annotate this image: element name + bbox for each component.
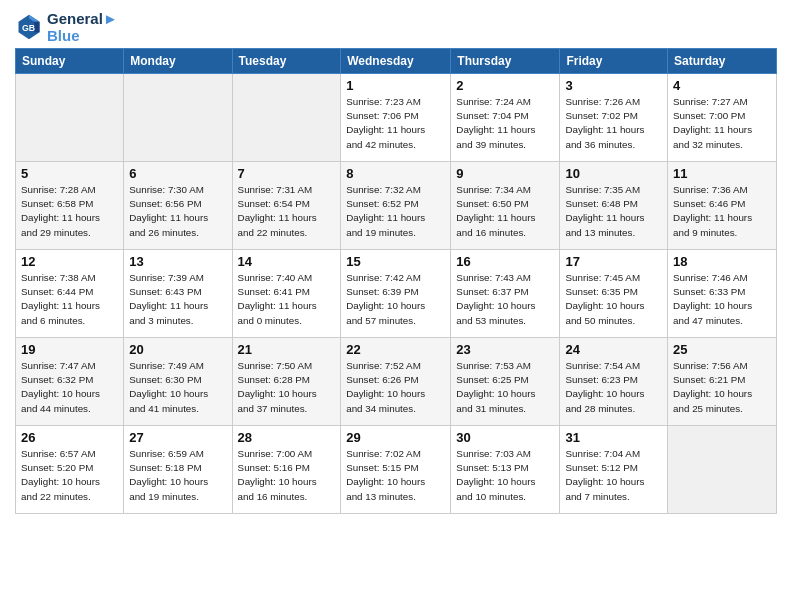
day-number: 7	[238, 166, 336, 181]
day-info: Sunrise: 7:40 AMSunset: 6:41 PMDaylight:…	[238, 271, 336, 328]
calendar-week-row: 26Sunrise: 6:57 AMSunset: 5:20 PMDayligh…	[16, 426, 777, 514]
calendar-cell: 14Sunrise: 7:40 AMSunset: 6:41 PMDayligh…	[232, 250, 341, 338]
day-info: Sunrise: 7:24 AMSunset: 7:04 PMDaylight:…	[456, 95, 554, 152]
svg-text:GB: GB	[22, 23, 35, 33]
day-number: 16	[456, 254, 554, 269]
calendar-cell: 27Sunrise: 6:59 AMSunset: 5:18 PMDayligh…	[124, 426, 232, 514]
day-info: Sunrise: 7:32 AMSunset: 6:52 PMDaylight:…	[346, 183, 445, 240]
weekday-header-thursday: Thursday	[451, 49, 560, 74]
day-number: 13	[129, 254, 226, 269]
day-number: 26	[21, 430, 118, 445]
calendar-cell: 7Sunrise: 7:31 AMSunset: 6:54 PMDaylight…	[232, 162, 341, 250]
day-info: Sunrise: 7:56 AMSunset: 6:21 PMDaylight:…	[673, 359, 771, 416]
calendar-cell	[668, 426, 777, 514]
day-number: 28	[238, 430, 336, 445]
day-info: Sunrise: 7:35 AMSunset: 6:48 PMDaylight:…	[565, 183, 662, 240]
day-info: Sunrise: 7:45 AMSunset: 6:35 PMDaylight:…	[565, 271, 662, 328]
day-number: 15	[346, 254, 445, 269]
calendar-week-row: 12Sunrise: 7:38 AMSunset: 6:44 PMDayligh…	[16, 250, 777, 338]
day-info: Sunrise: 7:54 AMSunset: 6:23 PMDaylight:…	[565, 359, 662, 416]
calendar-header: SundayMondayTuesdayWednesdayThursdayFrid…	[16, 49, 777, 74]
day-number: 21	[238, 342, 336, 357]
calendar-cell: 30Sunrise: 7:03 AMSunset: 5:13 PMDayligh…	[451, 426, 560, 514]
day-info: Sunrise: 7:30 AMSunset: 6:56 PMDaylight:…	[129, 183, 226, 240]
calendar-table: SundayMondayTuesdayWednesdayThursdayFrid…	[15, 48, 777, 514]
day-number: 3	[565, 78, 662, 93]
calendar-cell: 19Sunrise: 7:47 AMSunset: 6:32 PMDayligh…	[16, 338, 124, 426]
day-number: 18	[673, 254, 771, 269]
day-number: 17	[565, 254, 662, 269]
day-info: Sunrise: 6:59 AMSunset: 5:18 PMDaylight:…	[129, 447, 226, 504]
day-number: 4	[673, 78, 771, 93]
day-number: 9	[456, 166, 554, 181]
day-info: Sunrise: 7:02 AMSunset: 5:15 PMDaylight:…	[346, 447, 445, 504]
day-number: 31	[565, 430, 662, 445]
day-info: Sunrise: 7:38 AMSunset: 6:44 PMDaylight:…	[21, 271, 118, 328]
day-number: 11	[673, 166, 771, 181]
calendar-cell: 25Sunrise: 7:56 AMSunset: 6:21 PMDayligh…	[668, 338, 777, 426]
day-info: Sunrise: 7:26 AMSunset: 7:02 PMDaylight:…	[565, 95, 662, 152]
calendar-cell: 8Sunrise: 7:32 AMSunset: 6:52 PMDaylight…	[341, 162, 451, 250]
calendar-cell: 23Sunrise: 7:53 AMSunset: 6:25 PMDayligh…	[451, 338, 560, 426]
calendar-cell: 4Sunrise: 7:27 AMSunset: 7:00 PMDaylight…	[668, 74, 777, 162]
calendar-week-row: 19Sunrise: 7:47 AMSunset: 6:32 PMDayligh…	[16, 338, 777, 426]
calendar-cell: 12Sunrise: 7:38 AMSunset: 6:44 PMDayligh…	[16, 250, 124, 338]
day-number: 23	[456, 342, 554, 357]
calendar-cell: 6Sunrise: 7:30 AMSunset: 6:56 PMDaylight…	[124, 162, 232, 250]
day-number: 20	[129, 342, 226, 357]
calendar-cell: 18Sunrise: 7:46 AMSunset: 6:33 PMDayligh…	[668, 250, 777, 338]
day-number: 27	[129, 430, 226, 445]
day-info: Sunrise: 7:23 AMSunset: 7:06 PMDaylight:…	[346, 95, 445, 152]
calendar-cell: 1Sunrise: 7:23 AMSunset: 7:06 PMDaylight…	[341, 74, 451, 162]
logo: GB General► Blue	[15, 10, 118, 44]
day-info: Sunrise: 7:47 AMSunset: 6:32 PMDaylight:…	[21, 359, 118, 416]
day-info: Sunrise: 7:53 AMSunset: 6:25 PMDaylight:…	[456, 359, 554, 416]
calendar-cell: 22Sunrise: 7:52 AMSunset: 6:26 PMDayligh…	[341, 338, 451, 426]
day-number: 14	[238, 254, 336, 269]
calendar-cell: 16Sunrise: 7:43 AMSunset: 6:37 PMDayligh…	[451, 250, 560, 338]
day-number: 22	[346, 342, 445, 357]
day-info: Sunrise: 7:31 AMSunset: 6:54 PMDaylight:…	[238, 183, 336, 240]
calendar-cell: 24Sunrise: 7:54 AMSunset: 6:23 PMDayligh…	[560, 338, 668, 426]
day-info: Sunrise: 7:28 AMSunset: 6:58 PMDaylight:…	[21, 183, 118, 240]
logo-icon: GB	[15, 13, 43, 41]
day-number: 25	[673, 342, 771, 357]
weekday-header-tuesday: Tuesday	[232, 49, 341, 74]
day-number: 30	[456, 430, 554, 445]
day-info: Sunrise: 7:39 AMSunset: 6:43 PMDaylight:…	[129, 271, 226, 328]
day-info: Sunrise: 7:00 AMSunset: 5:16 PMDaylight:…	[238, 447, 336, 504]
calendar-cell: 9Sunrise: 7:34 AMSunset: 6:50 PMDaylight…	[451, 162, 560, 250]
calendar-cell: 29Sunrise: 7:02 AMSunset: 5:15 PMDayligh…	[341, 426, 451, 514]
day-info: Sunrise: 7:04 AMSunset: 5:12 PMDaylight:…	[565, 447, 662, 504]
calendar-cell: 5Sunrise: 7:28 AMSunset: 6:58 PMDaylight…	[16, 162, 124, 250]
calendar-cell	[232, 74, 341, 162]
calendar-week-row: 1Sunrise: 7:23 AMSunset: 7:06 PMDaylight…	[16, 74, 777, 162]
calendar-cell: 15Sunrise: 7:42 AMSunset: 6:39 PMDayligh…	[341, 250, 451, 338]
day-info: Sunrise: 7:27 AMSunset: 7:00 PMDaylight:…	[673, 95, 771, 152]
calendar-cell: 21Sunrise: 7:50 AMSunset: 6:28 PMDayligh…	[232, 338, 341, 426]
day-info: Sunrise: 7:46 AMSunset: 6:33 PMDaylight:…	[673, 271, 771, 328]
day-info: Sunrise: 7:43 AMSunset: 6:37 PMDaylight:…	[456, 271, 554, 328]
header: GB General► Blue	[15, 10, 777, 44]
weekday-header-row: SundayMondayTuesdayWednesdayThursdayFrid…	[16, 49, 777, 74]
day-number: 19	[21, 342, 118, 357]
logo-text: General► Blue	[47, 10, 118, 44]
calendar-cell: 31Sunrise: 7:04 AMSunset: 5:12 PMDayligh…	[560, 426, 668, 514]
day-info: Sunrise: 6:57 AMSunset: 5:20 PMDaylight:…	[21, 447, 118, 504]
calendar-body: 1Sunrise: 7:23 AMSunset: 7:06 PMDaylight…	[16, 74, 777, 514]
calendar-cell: 28Sunrise: 7:00 AMSunset: 5:16 PMDayligh…	[232, 426, 341, 514]
day-number: 6	[129, 166, 226, 181]
calendar-cell	[124, 74, 232, 162]
day-info: Sunrise: 7:36 AMSunset: 6:46 PMDaylight:…	[673, 183, 771, 240]
day-number: 24	[565, 342, 662, 357]
calendar-cell: 20Sunrise: 7:49 AMSunset: 6:30 PMDayligh…	[124, 338, 232, 426]
day-number: 12	[21, 254, 118, 269]
calendar-cell: 26Sunrise: 6:57 AMSunset: 5:20 PMDayligh…	[16, 426, 124, 514]
day-number: 10	[565, 166, 662, 181]
day-info: Sunrise: 7:50 AMSunset: 6:28 PMDaylight:…	[238, 359, 336, 416]
weekday-header-sunday: Sunday	[16, 49, 124, 74]
page-container: GB General► Blue SundayMondayTuesdayWedn…	[0, 0, 792, 519]
weekday-header-friday: Friday	[560, 49, 668, 74]
day-info: Sunrise: 7:49 AMSunset: 6:30 PMDaylight:…	[129, 359, 226, 416]
day-info: Sunrise: 7:52 AMSunset: 6:26 PMDaylight:…	[346, 359, 445, 416]
